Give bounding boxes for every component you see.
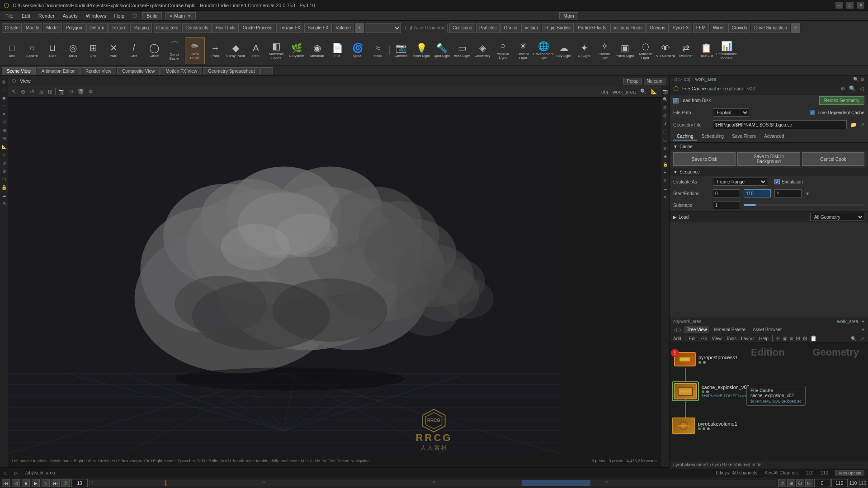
sidebar-icon-5[interactable]: ✕ [0, 110, 8, 117]
vp-right-13[interactable]: ✕ [661, 193, 669, 201]
vp-tool-transform[interactable]: ⊞ [46, 89, 54, 95]
node-canvas[interactable]: Edition Geometry ! pyropostprocess1 [670, 343, 868, 469]
tl-prev[interactable]: ◁ [12, 479, 20, 487]
shelf-texture[interactable]: Texture [108, 23, 130, 33]
tool-curve-bezier[interactable]: ⌒Curve Bezier [165, 37, 184, 64]
node-pyrobakevolume1[interactable]: pyrobakevolume1 ⚙ [672, 418, 737, 434]
shelf-vellum[interactable]: Vellum [521, 23, 541, 33]
fc-icon-collapse[interactable]: ◁ [859, 85, 864, 92]
ng-edit[interactable]: Edit [687, 336, 698, 342]
shelf-create[interactable]: Create [2, 23, 22, 33]
vp-right-9[interactable]: 🔒 [661, 161, 669, 168]
shelf-polygon[interactable]: Polygon [63, 23, 85, 33]
ng-back[interactable]: ◁ [673, 327, 677, 332]
right-nav-back[interactable]: ◁ [673, 77, 677, 82]
vp-right-2[interactable]: ⊞ [661, 104, 669, 111]
vp-tool-misc[interactable]: ⚙ [87, 89, 95, 94]
tool-metaball[interactable]: ◉Metaball [307, 37, 327, 64]
ng-go[interactable]: Go [699, 336, 709, 342]
ng-fwd[interactable]: ▷ [679, 327, 682, 332]
auto-update-btn[interactable]: Auto Update [835, 470, 864, 476]
minimize-btn[interactable]: ─ [835, 2, 843, 9]
vp-right-4[interactable]: ↺ [661, 120, 669, 127]
sidebar-icon-1[interactable]: ◎ [0, 78, 8, 85]
ng-icon-5[interactable]: ⊠ [802, 335, 808, 342]
ng-tab-material[interactable]: Material Palette [711, 326, 748, 333]
viewport[interactable]: ⬡ View Persp No cam ↖ ⊕ ↺ ⇲ ⊞ 📷 ⊡ 🎬 ⚙ ob… [8, 76, 669, 467]
substeps-input[interactable] [713, 201, 740, 209]
tool-helix[interactable]: ≈Helix [368, 37, 388, 64]
load-from-disk-check[interactable]: Load from Disk [673, 98, 711, 103]
shelf-particle-fluids[interactable]: Particle Fluids [575, 23, 609, 33]
tool-camera[interactable]: 📷Camera [391, 37, 411, 64]
tool-font[interactable]: AFont [246, 37, 266, 64]
sequence-section-header[interactable]: ▼ Sequence [670, 168, 868, 176]
shelf-dropdown[interactable] [365, 23, 401, 33]
tab-add[interactable]: + [260, 67, 273, 75]
ng-tab-tree[interactable]: Tree View [684, 326, 709, 333]
vp-tool-scale[interactable]: ⇲ [37, 89, 45, 95]
tool-caustic-light[interactable]: ✧Caustic Light [594, 37, 614, 64]
tool-tube[interactable]: ⊔Tube [42, 37, 62, 64]
sidebar-icon-12[interactable]: ◻ [0, 175, 8, 183]
vp-tool-render[interactable]: 🎬 [76, 89, 86, 94]
shelf-terrain-fx[interactable]: Terrain FX [276, 23, 303, 33]
ng-plus-tab[interactable]: + [862, 327, 864, 332]
tool-torus[interactable]: ◎Torus [63, 37, 83, 64]
tool-volume-light[interactable]: ○Volume Light [493, 37, 513, 64]
time-dep-checkbox[interactable] [810, 110, 815, 115]
geo-file-arrow[interactable]: ↗ [860, 122, 864, 128]
vp-right-12[interactable]: ☁ [661, 185, 669, 192]
inc-dropdown[interactable]: ▼ [805, 191, 810, 196]
geometry-file-input[interactable] [713, 120, 847, 129]
save-to-disk-bg-btn[interactable]: Save to Disk in Background [737, 152, 800, 166]
file-path-select[interactable]: Explicit [713, 108, 749, 117]
tool-take-list[interactable]: 📋Take List [696, 37, 716, 64]
vp-right-7[interactable]: ⊕ [661, 145, 669, 152]
shelf-wires[interactable]: Wires [710, 23, 728, 33]
tool-portal-light[interactable]: ▣Portal Light [615, 37, 635, 64]
tool-performance-monitor[interactable]: 📊Performance Monitor [717, 37, 736, 64]
ng-icon-3[interactable]: ≡ [789, 335, 794, 342]
tool-point-light[interactable]: 💡Point Light [411, 37, 431, 64]
tl-opt-3[interactable]: ⏱ [796, 479, 804, 487]
sidebar-icon-7[interactable]: ⊞ [0, 127, 8, 134]
save-to-disk-btn[interactable]: Save to Disk [673, 152, 736, 166]
close-btn[interactable]: ✕ [857, 2, 864, 9]
tool-draw-curve[interactable]: ✏Draw Curve [185, 37, 205, 64]
shelf-grains[interactable]: Grains [500, 23, 520, 33]
tl-opt-2[interactable]: ⊞ [787, 479, 795, 487]
right-search[interactable]: 🔍 [853, 77, 859, 82]
fc-icon-settings[interactable]: ⚙ [840, 85, 846, 92]
status-nav-1[interactable]: ◁ [4, 470, 7, 475]
shelf-particles[interactable]: Particles [476, 23, 500, 33]
ng-icon-2[interactable]: ◉ [782, 335, 788, 342]
tool-file[interactable]: 📄File [327, 37, 347, 64]
persp-btn[interactable]: Persp [623, 78, 642, 84]
shelf-rigid-bodies[interactable]: Rigid Bodies [542, 23, 574, 33]
tool-sky-light[interactable]: ☁Sky Light [554, 37, 574, 64]
vp-tool-move[interactable]: ⊕ [19, 89, 27, 95]
tl-start[interactable]: ⏮ [2, 479, 10, 487]
sidebar-icon-14[interactable]: ☁ [0, 192, 8, 199]
tab-render-view[interactable]: Render View [80, 67, 116, 75]
shelf-crowds[interactable]: Crowds [728, 23, 750, 33]
ng-icon-4[interactable]: ⊟ [795, 335, 801, 342]
ng-icon-1[interactable]: ⊞ [774, 335, 781, 342]
tab-motion-fx[interactable]: Motion FX View [160, 67, 202, 75]
tool-geometry[interactable]: ◈Geometry [472, 37, 492, 64]
shelf-collisions[interactable]: Collisions [449, 23, 475, 33]
sidebar-icon-snap[interactable]: 📐 [0, 143, 8, 150]
shelf-add[interactable]: + [355, 23, 364, 33]
build-button[interactable]: Build [142, 12, 161, 19]
time-dep-check[interactable]: Time Dependent Cache [810, 110, 864, 115]
ng-view[interactable]: View [710, 336, 723, 342]
shelf-volume[interactable]: Volume [333, 23, 354, 33]
tool-ambient-light[interactable]: ◌Ambient Light [635, 37, 655, 64]
tool-circle[interactable]: ◯Circle [144, 37, 164, 64]
tool-env-light[interactable]: 🌐Environment Light [533, 37, 553, 64]
tl-end[interactable]: ⏭ [52, 479, 60, 487]
shelf-modify[interactable]: Modify [23, 23, 42, 33]
substeps-slider[interactable] [744, 204, 864, 206]
tab-geometry-spreadsheet[interactable]: Geometry Spreadsheet [203, 67, 259, 75]
